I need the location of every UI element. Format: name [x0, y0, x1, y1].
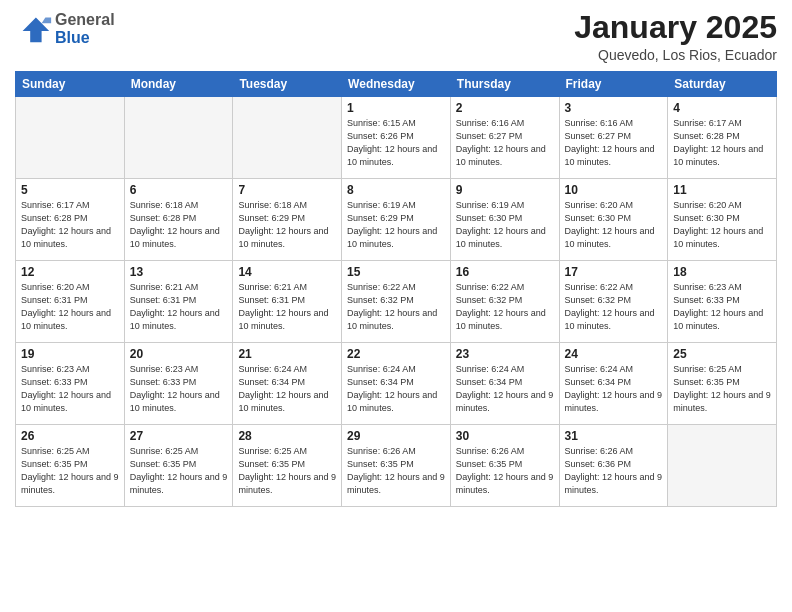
day-cell-w1-d5: 2Sunrise: 6:16 AM Sunset: 6:27 PM Daylig… — [450, 97, 559, 179]
day-cell-w4-d4: 22Sunrise: 6:24 AM Sunset: 6:34 PM Dayli… — [342, 343, 451, 425]
day-cell-w2-d3: 7Sunrise: 6:18 AM Sunset: 6:29 PM Daylig… — [233, 179, 342, 261]
day-info: Sunrise: 6:23 AM Sunset: 6:33 PM Dayligh… — [673, 281, 771, 333]
svg-marker-1 — [42, 18, 52, 24]
day-info: Sunrise: 6:18 AM Sunset: 6:28 PM Dayligh… — [130, 199, 228, 251]
day-number: 29 — [347, 429, 445, 443]
day-info: Sunrise: 6:22 AM Sunset: 6:32 PM Dayligh… — [456, 281, 554, 333]
day-number: 12 — [21, 265, 119, 279]
day-cell-w3-d1: 12Sunrise: 6:20 AM Sunset: 6:31 PM Dayli… — [16, 261, 125, 343]
week-row-1: 1Sunrise: 6:15 AM Sunset: 6:26 PM Daylig… — [16, 97, 777, 179]
day-number: 15 — [347, 265, 445, 279]
header-sunday: Sunday — [16, 72, 125, 97]
calendar-body: 1Sunrise: 6:15 AM Sunset: 6:26 PM Daylig… — [16, 97, 777, 507]
day-info: Sunrise: 6:19 AM Sunset: 6:30 PM Dayligh… — [456, 199, 554, 251]
location: Quevedo, Los Rios, Ecuador — [574, 47, 777, 63]
day-cell-w2-d7: 11Sunrise: 6:20 AM Sunset: 6:30 PM Dayli… — [668, 179, 777, 261]
day-number: 10 — [565, 183, 663, 197]
day-number: 13 — [130, 265, 228, 279]
day-number: 4 — [673, 101, 771, 115]
day-cell-w4-d6: 24Sunrise: 6:24 AM Sunset: 6:34 PM Dayli… — [559, 343, 668, 425]
day-info: Sunrise: 6:16 AM Sunset: 6:27 PM Dayligh… — [456, 117, 554, 169]
header-thursday: Thursday — [450, 72, 559, 97]
day-cell-w4-d1: 19Sunrise: 6:23 AM Sunset: 6:33 PM Dayli… — [16, 343, 125, 425]
day-cell-w4-d5: 23Sunrise: 6:24 AM Sunset: 6:34 PM Dayli… — [450, 343, 559, 425]
day-cell-w1-d2 — [124, 97, 233, 179]
calendar-header: Sunday Monday Tuesday Wednesday Thursday… — [16, 72, 777, 97]
logo-blue: Blue — [55, 29, 115, 47]
day-info: Sunrise: 6:23 AM Sunset: 6:33 PM Dayligh… — [130, 363, 228, 415]
week-row-4: 19Sunrise: 6:23 AM Sunset: 6:33 PM Dayli… — [16, 343, 777, 425]
header-tuesday: Tuesday — [233, 72, 342, 97]
day-cell-w2-d4: 8Sunrise: 6:19 AM Sunset: 6:29 PM Daylig… — [342, 179, 451, 261]
logo: General Blue — [15, 10, 115, 48]
day-info: Sunrise: 6:17 AM Sunset: 6:28 PM Dayligh… — [21, 199, 119, 251]
day-number: 9 — [456, 183, 554, 197]
day-info: Sunrise: 6:19 AM Sunset: 6:29 PM Dayligh… — [347, 199, 445, 251]
day-cell-w3-d7: 18Sunrise: 6:23 AM Sunset: 6:33 PM Dayli… — [668, 261, 777, 343]
day-cell-w1-d7: 4Sunrise: 6:17 AM Sunset: 6:28 PM Daylig… — [668, 97, 777, 179]
day-info: Sunrise: 6:25 AM Sunset: 6:35 PM Dayligh… — [673, 363, 771, 415]
day-info: Sunrise: 6:25 AM Sunset: 6:35 PM Dayligh… — [130, 445, 228, 497]
day-info: Sunrise: 6:24 AM Sunset: 6:34 PM Dayligh… — [238, 363, 336, 415]
day-number: 1 — [347, 101, 445, 115]
day-number: 5 — [21, 183, 119, 197]
day-number: 17 — [565, 265, 663, 279]
day-cell-w2-d6: 10Sunrise: 6:20 AM Sunset: 6:30 PM Dayli… — [559, 179, 668, 261]
day-cell-w1-d4: 1Sunrise: 6:15 AM Sunset: 6:26 PM Daylig… — [342, 97, 451, 179]
day-number: 20 — [130, 347, 228, 361]
day-number: 11 — [673, 183, 771, 197]
day-info: Sunrise: 6:25 AM Sunset: 6:35 PM Dayligh… — [238, 445, 336, 497]
day-number: 24 — [565, 347, 663, 361]
day-number: 14 — [238, 265, 336, 279]
header-friday: Friday — [559, 72, 668, 97]
day-cell-w4-d2: 20Sunrise: 6:23 AM Sunset: 6:33 PM Dayli… — [124, 343, 233, 425]
day-info: Sunrise: 6:21 AM Sunset: 6:31 PM Dayligh… — [238, 281, 336, 333]
day-number: 28 — [238, 429, 336, 443]
day-cell-w5-d6: 31Sunrise: 6:26 AM Sunset: 6:36 PM Dayli… — [559, 425, 668, 507]
logo-general: General — [55, 11, 115, 29]
day-number: 6 — [130, 183, 228, 197]
day-cell-w1-d6: 3Sunrise: 6:16 AM Sunset: 6:27 PM Daylig… — [559, 97, 668, 179]
day-number: 31 — [565, 429, 663, 443]
day-info: Sunrise: 6:20 AM Sunset: 6:30 PM Dayligh… — [673, 199, 771, 251]
day-cell-w1-d1 — [16, 97, 125, 179]
week-row-3: 12Sunrise: 6:20 AM Sunset: 6:31 PM Dayli… — [16, 261, 777, 343]
day-number: 30 — [456, 429, 554, 443]
day-cell-w3-d4: 15Sunrise: 6:22 AM Sunset: 6:32 PM Dayli… — [342, 261, 451, 343]
day-headers-row: Sunday Monday Tuesday Wednesday Thursday… — [16, 72, 777, 97]
day-info: Sunrise: 6:21 AM Sunset: 6:31 PM Dayligh… — [130, 281, 228, 333]
day-number: 7 — [238, 183, 336, 197]
day-cell-w5-d7 — [668, 425, 777, 507]
day-number: 27 — [130, 429, 228, 443]
day-info: Sunrise: 6:22 AM Sunset: 6:32 PM Dayligh… — [347, 281, 445, 333]
day-info: Sunrise: 6:20 AM Sunset: 6:31 PM Dayligh… — [21, 281, 119, 333]
day-cell-w2-d1: 5Sunrise: 6:17 AM Sunset: 6:28 PM Daylig… — [16, 179, 125, 261]
day-info: Sunrise: 6:22 AM Sunset: 6:32 PM Dayligh… — [565, 281, 663, 333]
day-number: 25 — [673, 347, 771, 361]
day-info: Sunrise: 6:24 AM Sunset: 6:34 PM Dayligh… — [565, 363, 663, 415]
day-info: Sunrise: 6:16 AM Sunset: 6:27 PM Dayligh… — [565, 117, 663, 169]
day-cell-w5-d2: 27Sunrise: 6:25 AM Sunset: 6:35 PM Dayli… — [124, 425, 233, 507]
day-info: Sunrise: 6:26 AM Sunset: 6:35 PM Dayligh… — [456, 445, 554, 497]
day-cell-w3-d3: 14Sunrise: 6:21 AM Sunset: 6:31 PM Dayli… — [233, 261, 342, 343]
day-number: 21 — [238, 347, 336, 361]
day-cell-w1-d3 — [233, 97, 342, 179]
header: General Blue January 2025 Quevedo, Los R… — [15, 10, 777, 63]
day-info: Sunrise: 6:18 AM Sunset: 6:29 PM Dayligh… — [238, 199, 336, 251]
header-saturday: Saturday — [668, 72, 777, 97]
day-info: Sunrise: 6:26 AM Sunset: 6:35 PM Dayligh… — [347, 445, 445, 497]
page: General Blue January 2025 Quevedo, Los R… — [0, 0, 792, 612]
day-number: 8 — [347, 183, 445, 197]
day-cell-w5-d1: 26Sunrise: 6:25 AM Sunset: 6:35 PM Dayli… — [16, 425, 125, 507]
day-info: Sunrise: 6:15 AM Sunset: 6:26 PM Dayligh… — [347, 117, 445, 169]
day-number: 19 — [21, 347, 119, 361]
day-number: 3 — [565, 101, 663, 115]
week-row-5: 26Sunrise: 6:25 AM Sunset: 6:35 PM Dayli… — [16, 425, 777, 507]
day-cell-w4-d3: 21Sunrise: 6:24 AM Sunset: 6:34 PM Dayli… — [233, 343, 342, 425]
calendar: Sunday Monday Tuesday Wednesday Thursday… — [15, 71, 777, 507]
day-cell-w2-d5: 9Sunrise: 6:19 AM Sunset: 6:30 PM Daylig… — [450, 179, 559, 261]
day-cell-w3-d2: 13Sunrise: 6:21 AM Sunset: 6:31 PM Dayli… — [124, 261, 233, 343]
month-title: January 2025 — [574, 10, 777, 45]
day-cell-w5-d4: 29Sunrise: 6:26 AM Sunset: 6:35 PM Dayli… — [342, 425, 451, 507]
header-wednesday: Wednesday — [342, 72, 451, 97]
